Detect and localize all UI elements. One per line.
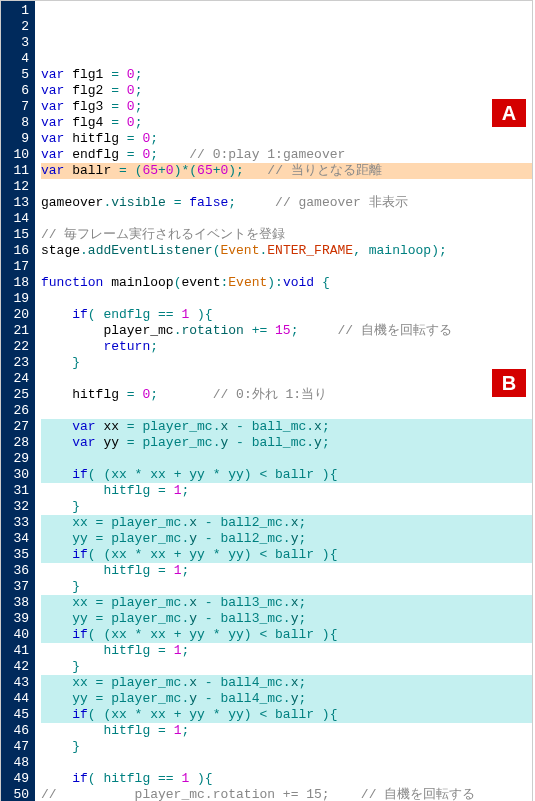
code-line: function mainloop(event:Event):void { — [41, 275, 532, 291]
line-number: 28 — [5, 435, 29, 451]
line-number: 7 — [5, 99, 29, 115]
code-line: gameover.visible = false; // gameover 非表… — [41, 195, 532, 211]
code-line: hitflg = 0; // 0:外れ 1:当り — [41, 387, 532, 403]
line-number: 47 — [5, 739, 29, 755]
code-line: } — [41, 659, 532, 675]
code-line: if( (xx * xx + yy * yy) < ballr ){ — [41, 467, 532, 483]
line-number: 43 — [5, 675, 29, 691]
line-number: 22 — [5, 339, 29, 355]
line-number: 12 — [5, 179, 29, 195]
line-number: 39 — [5, 611, 29, 627]
code-line: var flg3 = 0; — [41, 99, 532, 115]
code-line: if( hitflg == 1 ){ — [41, 771, 532, 787]
line-number: 24 — [5, 371, 29, 387]
code-editor: 1234567891011121314151617181920212223242… — [0, 0, 533, 801]
code-line: hitflg = 1; — [41, 643, 532, 659]
line-number: 2 — [5, 19, 29, 35]
code-line: } — [41, 579, 532, 595]
line-number: 26 — [5, 403, 29, 419]
code-line: hitflg = 1; — [41, 563, 532, 579]
code-line: yy = player_mc.y - ball4_mc.y; — [41, 691, 532, 707]
code-line: hitflg = 1; — [41, 483, 532, 499]
code-line: var yy = player_mc.y - ball_mc.y; — [41, 435, 532, 451]
annotation-b: B — [492, 369, 526, 397]
line-number: 13 — [5, 195, 29, 211]
line-number: 38 — [5, 595, 29, 611]
line-number: 5 — [5, 67, 29, 83]
line-number: 40 — [5, 627, 29, 643]
code-line: var ballr = (65+0)*(65+0); // 当りとなる距離 — [41, 163, 532, 179]
line-number: 10 — [5, 147, 29, 163]
line-number: 29 — [5, 451, 29, 467]
line-number: 34 — [5, 531, 29, 547]
code-line: xx = player_mc.x - ball3_mc.x; — [41, 595, 532, 611]
line-number: 36 — [5, 563, 29, 579]
code-line: if( (xx * xx + yy * yy) < ballr ){ — [41, 627, 532, 643]
line-number: 8 — [5, 115, 29, 131]
line-number: 31 — [5, 483, 29, 499]
code-line — [41, 371, 532, 387]
line-number: 49 — [5, 771, 29, 787]
code-line: } — [41, 499, 532, 515]
code-line: if( (xx * xx + yy * yy) < ballr ){ — [41, 547, 532, 563]
line-number: 30 — [5, 467, 29, 483]
code-line: if( endflg == 1 ){ — [41, 307, 532, 323]
line-number: 50 — [5, 787, 29, 801]
line-number-gutter: 1234567891011121314151617181920212223242… — [1, 1, 35, 801]
annotation-a: A — [492, 99, 526, 127]
code-line: // 毎フレーム実行されるイベントを登録 — [41, 227, 532, 243]
line-number: 16 — [5, 243, 29, 259]
code-line: var endflg = 0; // 0:play 1:gameover — [41, 147, 532, 163]
code-line: xx = player_mc.x - ball4_mc.x; — [41, 675, 532, 691]
line-number: 20 — [5, 307, 29, 323]
code-line: // player_mc.rotation += 15; // 自機を回転する — [41, 787, 532, 801]
line-number: 37 — [5, 579, 29, 595]
line-number: 21 — [5, 323, 29, 339]
code-line: player_mc.rotation += 15; // 自機を回転する — [41, 323, 532, 339]
code-line — [41, 179, 532, 195]
code-line: } — [41, 739, 532, 755]
code-line: var flg1 = 0; — [41, 67, 532, 83]
line-number: 9 — [5, 131, 29, 147]
line-number: 18 — [5, 275, 29, 291]
line-number: 25 — [5, 387, 29, 403]
code-line: return; — [41, 339, 532, 355]
code-line: if( (xx * xx + yy * yy) < ballr ){ — [41, 707, 532, 723]
line-number: 23 — [5, 355, 29, 371]
code-line: var hitflg = 0; — [41, 131, 532, 147]
line-number: 46 — [5, 723, 29, 739]
code-line: var xx = player_mc.x - ball_mc.x; — [41, 419, 532, 435]
code-line — [41, 291, 532, 307]
line-number: 45 — [5, 707, 29, 723]
code-line: xx = player_mc.x - ball2_mc.x; — [41, 515, 532, 531]
code-line: yy = player_mc.y - ball2_mc.y; — [41, 531, 532, 547]
line-number: 27 — [5, 419, 29, 435]
line-number: 6 — [5, 83, 29, 99]
line-number: 17 — [5, 259, 29, 275]
line-number: 35 — [5, 547, 29, 563]
code-line — [41, 451, 532, 467]
code-line — [41, 259, 532, 275]
line-number: 19 — [5, 291, 29, 307]
code-line: } — [41, 355, 532, 371]
code-line: hitflg = 1; — [41, 723, 532, 739]
line-number: 44 — [5, 691, 29, 707]
line-number: 33 — [5, 515, 29, 531]
line-number: 32 — [5, 499, 29, 515]
line-number: 3 — [5, 35, 29, 51]
line-number: 42 — [5, 659, 29, 675]
code-area: A B var flg1 = 0;var flg2 = 0;var flg3 =… — [35, 1, 532, 801]
code-line — [41, 403, 532, 419]
code-line: yy = player_mc.y - ball3_mc.y; — [41, 611, 532, 627]
line-number: 48 — [5, 755, 29, 771]
line-number: 1 — [5, 3, 29, 19]
line-number: 41 — [5, 643, 29, 659]
line-number: 14 — [5, 211, 29, 227]
code-line: var flg2 = 0; — [41, 83, 532, 99]
line-number: 15 — [5, 227, 29, 243]
code-line: stage.addEventListener(Event.ENTER_FRAME… — [41, 243, 532, 259]
line-number: 4 — [5, 51, 29, 67]
code-line — [41, 755, 532, 771]
code-line — [41, 211, 532, 227]
line-number: 11 — [5, 163, 29, 179]
